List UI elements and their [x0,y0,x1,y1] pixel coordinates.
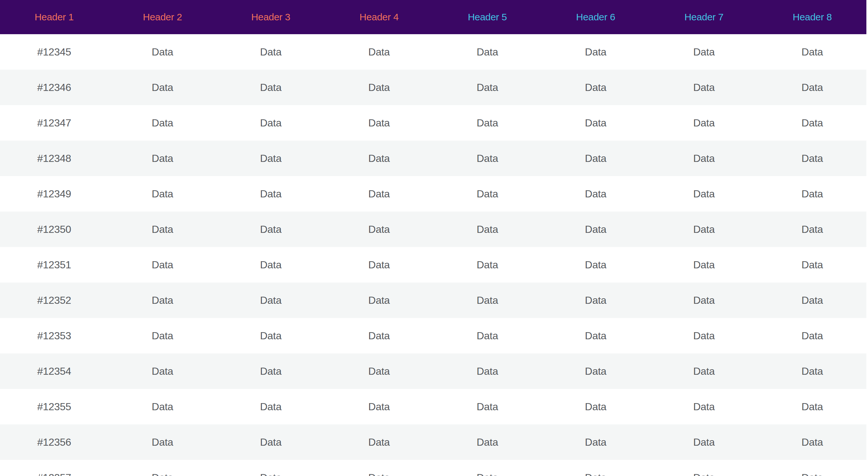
table-cell: Data [650,259,758,271]
table-cell: Data [325,295,433,306]
row-id-cell: #12357 [0,472,108,476]
table-cell: Data [433,330,541,342]
table-row: #12345DataDataDataDataDataDataData [0,34,866,70]
table-cell: Data [217,401,325,413]
table-cell: Data [650,224,758,235]
table-cell: Data [217,152,325,165]
column-header: Header 6 [541,11,650,23]
table-cell: Data [108,224,216,235]
table-cell: Data [650,401,758,413]
table-cell: Data [650,81,758,94]
table-cell: Data [541,188,650,200]
table-cell: Data [217,81,325,94]
table-cell: Data [541,436,650,448]
table-cell: Data [541,365,650,377]
table-cell: Data [108,365,216,377]
table-cell: Data [758,224,866,235]
table-cell: Data [108,295,216,306]
table-cell: Data [650,46,758,58]
table-cell: Data [541,152,650,165]
column-header: Header 5 [433,11,541,23]
table-cell: Data [433,401,541,413]
table-cell: Data [325,472,433,476]
table-cell: Data [758,152,866,165]
table-row: #12351DataDataDataDataDataDataData [0,247,866,282]
table-cell: Data [217,436,325,448]
table-cell: Data [433,436,541,448]
column-header: Header 8 [758,11,866,23]
table-cell: Data [433,152,541,165]
table-cell: Data [108,330,216,342]
table-cell: Data [650,330,758,342]
table-cell: Data [108,436,216,448]
table-row: #12352DataDataDataDataDataDataData [0,282,866,318]
table-cell: Data [217,259,325,271]
table-cell: Data [217,117,325,129]
table-cell: Data [758,295,866,306]
table-cell: Data [325,117,433,129]
table-cell: Data [650,117,758,129]
row-id-cell: #12350 [0,224,108,235]
table-cell: Data [108,472,216,476]
column-header: Header 7 [650,11,758,23]
table-cell: Data [217,224,325,235]
table-cell: Data [758,330,866,342]
table-cell: Data [650,436,758,448]
table-cell: Data [217,46,325,58]
table-cell: Data [650,295,758,306]
table-cell: Data [650,188,758,200]
row-id-cell: #12348 [0,152,108,165]
table-cell: Data [108,152,216,165]
table-cell: Data [541,259,650,271]
row-id-cell: #12356 [0,436,108,448]
table-cell: Data [108,81,216,94]
table-row: #12357DataDataDataDataDataDataData [0,460,866,476]
table-row: #12346DataDataDataDataDataDataData [0,70,866,105]
column-header: Header 2 [108,11,216,23]
table-cell: Data [433,472,541,476]
table-header-row: Header 1Header 2Header 3Header 4Header 5… [0,0,866,34]
table-row: #12355DataDataDataDataDataDataData [0,389,866,424]
column-header: Header 1 [0,11,108,23]
row-id-cell: #12353 [0,330,108,342]
table-cell: Data [541,81,650,94]
table-cell: Data [433,224,541,235]
row-id-cell: #12347 [0,117,108,129]
table-cell: Data [541,46,650,58]
table-cell: Data [541,224,650,235]
table-cell: Data [217,472,325,476]
table-cell: Data [433,188,541,200]
column-header: Header 4 [325,11,433,23]
table-cell: Data [217,365,325,377]
table-cell: Data [650,365,758,377]
table-body: #12345DataDataDataDataDataDataData#12346… [0,34,866,476]
table-cell: Data [541,330,650,342]
table-row: #12347DataDataDataDataDataDataData [0,105,866,141]
row-id-cell: #12346 [0,81,108,94]
table-cell: Data [108,46,216,58]
table-cell: Data [758,401,866,413]
table-cell: Data [325,330,433,342]
data-table: Header 1Header 2Header 3Header 4Header 5… [0,0,866,476]
row-id-cell: #12345 [0,46,108,58]
table-cell: Data [433,259,541,271]
table-cell: Data [108,401,216,413]
table-cell: Data [325,81,433,94]
table-row: #12350DataDataDataDataDataDataData [0,211,866,247]
table-cell: Data [325,188,433,200]
table-cell: Data [325,224,433,235]
table-cell: Data [650,152,758,165]
table-cell: Data [433,46,541,58]
table-cell: Data [433,81,541,94]
table-cell: Data [433,117,541,129]
table-cell: Data [758,117,866,129]
table-cell: Data [650,472,758,476]
column-header: Header 3 [217,11,325,23]
row-id-cell: #12355 [0,401,108,413]
table-cell: Data [217,295,325,306]
table-cell: Data [325,152,433,165]
row-id-cell: #12351 [0,259,108,271]
table-cell: Data [758,81,866,94]
table-cell: Data [217,188,325,200]
table-cell: Data [108,188,216,200]
